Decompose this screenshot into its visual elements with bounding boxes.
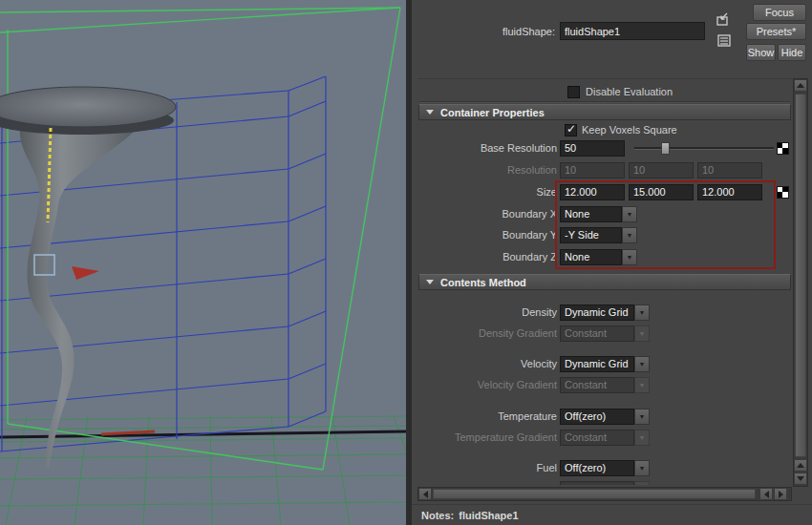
- base-resolution-slider[interactable]: [634, 140, 774, 157]
- size-y-field[interactable]: 15.000: [629, 184, 694, 200]
- down-arrow-icon: [797, 476, 804, 481]
- velocity-dropdown[interactable]: Dynamic Grid: [560, 356, 634, 372]
- left-arrow-icon: [423, 491, 428, 498]
- chevron-down-icon[interactable]: ▼: [622, 206, 637, 222]
- scroll-up-button-bottom[interactable]: [794, 459, 807, 472]
- texture-map-button[interactable]: [777, 142, 789, 155]
- velocity-gradient-dropdown[interactable]: Constant: [560, 377, 634, 393]
- hide-button[interactable]: Hide: [778, 44, 806, 61]
- collapse-arrow-icon: [426, 280, 434, 284]
- scroll-left-button[interactable]: [418, 488, 432, 500]
- chevron-down-icon[interactable]: ▼: [622, 249, 637, 265]
- vertical-scrollbar[interactable]: [793, 78, 808, 487]
- right-arrow-icon: [779, 491, 783, 498]
- viewport-canvas: [0, 0, 406, 525]
- temperature-gradient-row: Temperature Gradient Constant ▼: [417, 430, 792, 446]
- presets-button[interactable]: Presets*: [746, 23, 806, 40]
- chevron-down-icon[interactable]: ▼: [634, 377, 650, 393]
- size-x-field[interactable]: 12.000: [560, 184, 625, 200]
- boundary-y-label: Boundary Y: [417, 229, 557, 241]
- chevron-down-icon[interactable]: ▼: [634, 409, 650, 425]
- temperature-gradient-dropdown[interactable]: Constant: [560, 430, 634, 446]
- scroll-right-button[interactable]: [774, 488, 787, 500]
- fuel-dropdown[interactable]: Off(zero): [560, 460, 634, 476]
- chevron-down-icon[interactable]: ▼: [622, 227, 637, 243]
- collapse-arrow-icon: [426, 110, 434, 115]
- temperature-row: Temperature Off(zero) ▼: [417, 409, 792, 425]
- fluidshape-label: fluidShape:: [459, 26, 555, 37]
- resolution-y-field[interactable]: 10: [629, 162, 694, 178]
- boundary-x-dropdown[interactable]: None: [560, 206, 622, 222]
- keep-voxels-square-checkbox[interactable]: ✓: [565, 124, 577, 136]
- temperature-gradient-label: Temperature Gradient: [417, 431, 557, 443]
- chevron-down-icon[interactable]: ▼: [634, 304, 650, 321]
- vertical-scrollbar-thumb[interactable]: [795, 94, 806, 457]
- notes-value: fluidShape1: [459, 510, 518, 521]
- resolution-label: Resolution: [417, 164, 557, 176]
- temperature-dropdown[interactable]: Off(zero): [560, 409, 634, 425]
- fuel-gradient-label: Fuel Gradient: [417, 483, 557, 485]
- boundary-z-row: Boundary Z None ▼: [417, 249, 792, 265]
- density-dropdown[interactable]: Dynamic Grid: [560, 304, 634, 321]
- chevron-down-icon[interactable]: ▼: [634, 356, 650, 372]
- section-container-properties[interactable]: Container Properties: [418, 104, 791, 120]
- chevron-down-icon[interactable]: ▼: [634, 430, 650, 446]
- boundary-z-dropdown[interactable]: None: [560, 249, 622, 265]
- resolution-row: Resolution 10 10 10: [417, 162, 792, 178]
- scroll-up-button[interactable]: [794, 79, 807, 92]
- check-icon: ✓: [566, 122, 576, 136]
- density-gradient-label: Density Gradient: [417, 327, 557, 339]
- fuel-gradient-dropdown[interactable]: Constant: [560, 481, 634, 485]
- velocity-gradient-row: Velocity Gradient Constant ▼: [417, 377, 792, 393]
- copy-tab-icon[interactable]: [714, 10, 731, 28]
- velocity-row: Velocity Dynamic Grid ▼: [417, 356, 792, 372]
- horizontal-scrollbar-thumb[interactable]: [433, 489, 756, 499]
- velocity-label: Velocity: [417, 358, 557, 369]
- disable-evaluation-checkbox[interactable]: [567, 86, 580, 98]
- focus-button[interactable]: Focus: [753, 4, 806, 21]
- boundary-z-label: Boundary Z: [417, 251, 557, 262]
- density-row: Density Dynamic Grid ▼: [417, 304, 792, 321]
- left-arrow-icon: [764, 491, 769, 498]
- notes-bar: Notes:fluidShape1: [412, 504, 812, 525]
- fuel-gradient-row: Fuel Gradient Constant ▼: [417, 481, 792, 485]
- scroll-down-button[interactable]: [794, 472, 807, 485]
- fuel-row: Fuel Off(zero) ▼: [417, 460, 792, 476]
- velocity-gradient-label: Velocity Gradient: [417, 379, 557, 390]
- boundary-x-row: Boundary X None ▼: [417, 206, 792, 222]
- resolution-x-field[interactable]: 10: [560, 162, 625, 178]
- attribute-editor-header: fluidShape: Focus Presets* Show Hide: [412, 0, 812, 76]
- notes-label: Notes:: [421, 510, 454, 521]
- show-button[interactable]: Show: [746, 44, 776, 61]
- up-arrow-icon: [797, 463, 804, 468]
- fuel-label: Fuel: [417, 462, 557, 473]
- up-arrow-icon: [797, 83, 804, 88]
- density-label: Density: [417, 306, 557, 318]
- section-title: Contents Method: [440, 277, 526, 288]
- chevron-down-icon[interactable]: ▼: [634, 460, 650, 476]
- section-title: Container Properties: [440, 107, 545, 118]
- base-resolution-field[interactable]: 50: [560, 140, 625, 157]
- chevron-down-icon[interactable]: ▼: [634, 481, 650, 485]
- separator: [419, 101, 790, 103]
- boundary-x-label: Boundary X: [417, 208, 557, 220]
- temperature-label: Temperature: [417, 410, 557, 422]
- size-row: Size 12.000 15.000 12.000: [417, 184, 792, 200]
- section-contents-method[interactable]: Contents Method: [418, 274, 791, 290]
- attribute-list-icon[interactable]: [716, 32, 733, 49]
- texture-map-button[interactable]: [777, 186, 789, 199]
- attributes-scroll-area: Disable Evaluation Container Properties …: [417, 78, 792, 485]
- viewport-3d[interactable]: [0, 0, 406, 525]
- disable-evaluation-label: Disable Evaluation: [586, 86, 673, 97]
- chevron-down-icon[interactable]: ▼: [634, 326, 650, 342]
- slider-handle[interactable]: [661, 142, 670, 155]
- boundary-y-dropdown[interactable]: -Y Side: [560, 227, 622, 243]
- resolution-z-field[interactable]: 10: [697, 162, 762, 178]
- size-z-field[interactable]: 12.000: [697, 184, 762, 200]
- scroll-left-button-right[interactable]: [759, 488, 773, 500]
- horizontal-scrollbar[interactable]: [417, 487, 792, 501]
- keep-voxels-square-row: ✓ Keep Voxels Square: [417, 122, 792, 138]
- slider-track: [634, 147, 774, 150]
- fluidshape-name-input[interactable]: [560, 22, 705, 40]
- density-gradient-dropdown[interactable]: Constant: [560, 326, 634, 342]
